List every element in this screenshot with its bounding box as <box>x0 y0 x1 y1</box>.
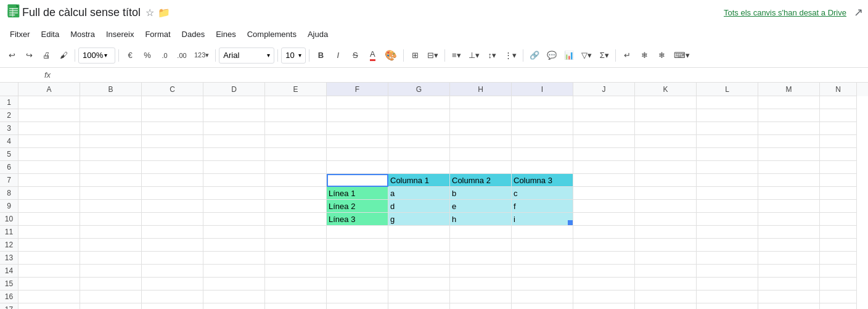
cell-K9[interactable] <box>635 200 697 213</box>
cell-A11[interactable] <box>18 226 80 239</box>
col-header-H[interactable]: H <box>450 83 512 96</box>
cell-F17[interactable] <box>327 303 388 309</box>
cell-L14[interactable] <box>697 265 758 278</box>
italic-button[interactable]: I <box>330 47 346 64</box>
cell-I3[interactable] <box>512 122 573 135</box>
cell-D14[interactable] <box>203 265 265 278</box>
cell-C3[interactable] <box>142 122 203 135</box>
menu-insereix[interactable]: Insereix <box>101 27 139 41</box>
cell-D17[interactable] <box>203 303 265 309</box>
cell-A9[interactable] <box>18 200 80 213</box>
cell-F6[interactable] <box>327 161 388 174</box>
cell-D10[interactable] <box>203 213 265 226</box>
row-header-15[interactable]: 15 <box>0 278 18 290</box>
cell-D12[interactable] <box>203 239 265 252</box>
cell-N14[interactable] <box>820 265 857 278</box>
cell-G6[interactable] <box>388 161 450 174</box>
cell-K6[interactable] <box>635 161 697 174</box>
chart-button[interactable]: 📊 <box>561 47 577 64</box>
cell-M13[interactable] <box>758 252 820 265</box>
cell-N17[interactable] <box>820 303 857 309</box>
cell-K13[interactable] <box>635 252 697 265</box>
cell-H3[interactable] <box>450 122 512 135</box>
paint-format-button[interactable]: 🖌 <box>55 47 72 64</box>
cell-M9[interactable] <box>758 200 820 213</box>
col-header-G[interactable]: G <box>388 83 450 96</box>
star-icon[interactable]: ☆ <box>145 7 154 19</box>
cell-J6[interactable] <box>573 161 635 174</box>
cell-L16[interactable] <box>697 290 758 303</box>
cell-G1[interactable] <box>388 96 450 109</box>
cell-M11[interactable] <box>758 226 820 239</box>
cell-H11[interactable] <box>450 226 512 239</box>
cell-M1[interactable] <box>758 96 820 109</box>
cell-I17[interactable] <box>512 303 573 309</box>
row-header-16[interactable]: 16 <box>0 290 18 303</box>
cell-D16[interactable] <box>203 290 265 303</box>
cell-F2[interactable] <box>327 109 388 122</box>
menu-edita[interactable]: Edita <box>36 27 65 41</box>
menu-mostra[interactable]: Mostra <box>65 27 100 41</box>
cell-F14[interactable] <box>327 265 388 278</box>
cell-N4[interactable] <box>820 135 857 148</box>
cell-J3[interactable] <box>573 122 635 135</box>
cell-D11[interactable] <box>203 226 265 239</box>
cell-M4[interactable] <box>758 135 820 148</box>
cell-E12[interactable] <box>265 239 327 252</box>
col-header-C[interactable]: C <box>142 83 203 96</box>
row-header-11[interactable]: 11 <box>0 226 18 239</box>
cell-M14[interactable] <box>758 265 820 278</box>
cell-B15[interactable] <box>80 278 142 290</box>
cell-C2[interactable] <box>142 109 203 122</box>
cell-N16[interactable] <box>820 290 857 303</box>
row-header-12[interactable]: 12 <box>0 239 18 252</box>
fill-color-button[interactable]: 🎨 <box>382 47 400 64</box>
cell-H12[interactable] <box>450 239 512 252</box>
cell-E1[interactable] <box>265 96 327 109</box>
row-header-9[interactable]: 9 <box>0 200 18 213</box>
cell-C17[interactable] <box>142 303 203 309</box>
cell-L11[interactable] <box>697 226 758 239</box>
cell-F7[interactable] <box>327 174 388 187</box>
cell-N10[interactable] <box>820 213 857 226</box>
cell-N15[interactable] <box>820 278 857 290</box>
cell-A1[interactable] <box>18 96 80 109</box>
cell-F3[interactable] <box>327 122 388 135</box>
cell-N12[interactable] <box>820 239 857 252</box>
drive-status[interactable]: Tots els canvis s'han desat a Drive <box>724 8 846 17</box>
cell-I12[interactable] <box>512 239 573 252</box>
cell-H2[interactable] <box>450 109 512 122</box>
cell-F1[interactable] <box>327 96 388 109</box>
cell-B4[interactable] <box>80 135 142 148</box>
menu-eines[interactable]: Eines <box>211 27 241 41</box>
cell-N2[interactable] <box>820 109 857 122</box>
comment-button[interactable]: 💬 <box>544 47 560 64</box>
cell-F15[interactable] <box>327 278 388 290</box>
cell-N9[interactable] <box>820 200 857 213</box>
cell-C11[interactable] <box>142 226 203 239</box>
cell-J12[interactable] <box>573 239 635 252</box>
cell-E9[interactable] <box>265 200 327 213</box>
col-header-F[interactable]: F <box>327 83 388 96</box>
cell-D9[interactable] <box>203 200 265 213</box>
text-wrap-button[interactable]: ↵ <box>619 47 635 64</box>
cell-J9[interactable] <box>573 200 635 213</box>
cell-G4[interactable] <box>388 135 450 148</box>
cell-A14[interactable] <box>18 265 80 278</box>
cell-J14[interactable] <box>573 265 635 278</box>
cell-A16[interactable] <box>18 290 80 303</box>
cell-G11[interactable] <box>388 226 450 239</box>
link-button[interactable]: 🔗 <box>526 47 542 64</box>
cell-D1[interactable] <box>203 96 265 109</box>
cell-F12[interactable] <box>327 239 388 252</box>
cell-B8[interactable] <box>80 187 142 200</box>
cell-A2[interactable] <box>18 109 80 122</box>
cell-J13[interactable] <box>573 252 635 265</box>
row-header-8[interactable]: 8 <box>0 187 18 200</box>
cell-F8[interactable]: Línea 1 <box>327 187 388 200</box>
cell-K11[interactable] <box>635 226 697 239</box>
cell-L10[interactable] <box>697 213 758 226</box>
cell-E2[interactable] <box>265 109 327 122</box>
cell-M8[interactable] <box>758 187 820 200</box>
cell-K5[interactable] <box>635 148 697 161</box>
